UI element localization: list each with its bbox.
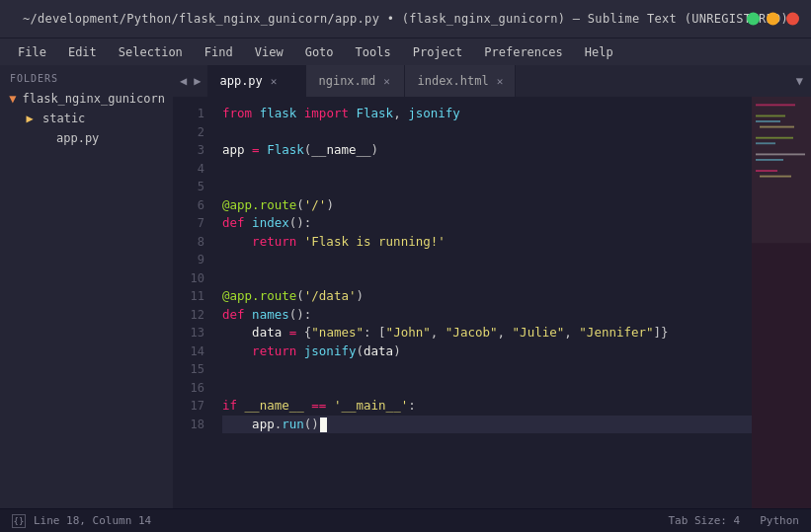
status-language[interactable]: Python (760, 514, 799, 527)
tab-label-nginxmd: nginx.md (318, 74, 375, 88)
menu-bar: File Edit Selection Find View Goto Tools… (0, 38, 811, 65)
line-numbers: 1 2 3 4 5 6 7 8 9 10 11 12 13 14 15 16 1… (173, 97, 212, 508)
line-num-10: 10 (173, 269, 212, 288)
code-line-4 (222, 160, 752, 179)
line-num-9: 9 (173, 251, 212, 269)
svg-rect-11 (752, 97, 811, 243)
tab-close-indexhtml[interactable]: ✕ (497, 76, 504, 87)
line-num-4: 4 (173, 160, 212, 179)
status-tab-size[interactable]: Tab Size: 4 (668, 514, 740, 527)
menu-find[interactable]: Find (195, 42, 243, 62)
tabs-container: app.py ✕ nginx.md ✕ index.html ✕ (207, 65, 787, 97)
code-editor[interactable]: 1 2 3 4 5 6 7 8 9 10 11 12 13 14 15 16 1… (173, 97, 811, 508)
line-num-11: 11 (173, 287, 212, 306)
status-left: {} Line 18, Column 14 (12, 514, 151, 528)
minimap-svg (752, 97, 811, 508)
window-title: ~/development/Python/flask_nginx_gunicor… (23, 12, 788, 26)
code-line-7: def index(): (222, 214, 752, 233)
menu-project[interactable]: Project (403, 42, 473, 62)
code-line-9 (222, 251, 752, 269)
folder-name-flask: flask_nginx_gunicorn (23, 92, 166, 106)
code-line-12: def names(): (222, 306, 752, 325)
tab-nginxmd[interactable]: nginx.md ✕ (306, 65, 405, 97)
code-line-15 (222, 360, 752, 379)
line-num-18: 18 (173, 416, 212, 434)
main-container: FOLDERS ▼ flask_nginx_gunicorn ▶ static … (0, 65, 811, 508)
sidebar: FOLDERS ▼ flask_nginx_gunicorn ▶ static … (0, 65, 173, 508)
tab-apppy[interactable]: app.py ✕ (207, 65, 306, 97)
code-line-8: return 'Flask is running!' (222, 233, 752, 252)
tab-label-apppy: app.py (219, 74, 262, 88)
code-content[interactable]: from flask import Flask, jsonify app = F… (212, 97, 752, 508)
line-num-17: 17 (173, 397, 212, 416)
menu-edit[interactable]: Edit (58, 42, 107, 62)
window-controls (747, 13, 799, 26)
code-line-10 (222, 269, 752, 288)
code-line-16 (222, 379, 752, 398)
line-num-2: 2 (173, 123, 212, 142)
code-line-6: @app.route('/') (222, 196, 752, 215)
line-num-14: 14 (173, 342, 212, 361)
line-num-13: 13 (173, 324, 212, 342)
code-line-11: @app.route('/data') (222, 287, 752, 306)
minimize-button[interactable] (767, 13, 779, 26)
folder-icon: ▼ (8, 91, 18, 107)
tab-indexhtml[interactable]: index.html ✕ (405, 65, 516, 97)
tab-close-apppy[interactable]: ✕ (271, 76, 278, 87)
file-name-apppy: app.py (56, 131, 99, 145)
tab-dropdown-button[interactable]: ▼ (788, 74, 811, 88)
code-line-17: if __name__ == '__main__': (222, 397, 752, 416)
line-num-8: 8 (173, 233, 212, 252)
status-position: Line 18, Column 14 (34, 514, 151, 527)
sidebar-item-flask-folder[interactable]: ▼ flask_nginx_gunicorn (0, 89, 173, 109)
title-bar: ~/development/Python/flask_nginx_gunicor… (0, 0, 811, 38)
tab-next-arrow[interactable]: ▶ (191, 72, 203, 90)
line-num-7: 7 (173, 214, 212, 233)
minimap (752, 97, 811, 508)
menu-help[interactable]: Help (575, 42, 623, 62)
status-right: Tab Size: 4 Python (668, 514, 799, 527)
folder-icon-static: ▶ (22, 111, 38, 126)
line-num-16: 16 (173, 379, 212, 398)
line-num-6: 6 (173, 196, 212, 215)
menu-preferences[interactable]: Preferences (474, 42, 572, 62)
menu-selection[interactable]: Selection (109, 42, 193, 62)
menu-goto[interactable]: Goto (295, 42, 344, 62)
sidebar-item-apppy[interactable]: app.py (0, 128, 173, 148)
code-line-3: app = Flask(__name__) (222, 141, 752, 160)
fold-icon[interactable]: {} (12, 514, 26, 528)
tab-bar: ◀ ▶ app.py ✕ nginx.md ✕ index.html ✕ ▼ (173, 65, 811, 97)
code-line-2 (222, 123, 752, 142)
menu-file[interactable]: File (8, 42, 56, 62)
editor-area: ◀ ▶ app.py ✕ nginx.md ✕ index.html ✕ ▼ (173, 65, 811, 508)
tab-close-nginxmd[interactable]: ✕ (383, 76, 390, 87)
sidebar-item-static-folder[interactable]: ▶ static (0, 109, 173, 128)
folder-name-static: static (42, 112, 85, 125)
close-button[interactable] (786, 13, 799, 26)
code-line-18: app.run() (222, 416, 752, 434)
folders-label: FOLDERS (0, 65, 173, 89)
line-num-12: 12 (173, 306, 212, 325)
tab-label-indexhtml: index.html (417, 74, 488, 88)
code-line-14: return jsonify(data) (222, 342, 752, 361)
code-line-1: from flask import Flask, jsonify (222, 105, 752, 123)
line-num-1: 1 (173, 105, 212, 123)
status-bar: {} Line 18, Column 14 Tab Size: 4 Python (0, 508, 811, 532)
line-num-15: 15 (173, 360, 212, 379)
maximize-button[interactable] (747, 13, 760, 26)
menu-view[interactable]: View (245, 42, 293, 62)
tab-navigation: ◀ ▶ (173, 72, 207, 90)
file-icon (36, 130, 51, 146)
line-num-5: 5 (173, 178, 212, 196)
menu-tools[interactable]: Tools (346, 42, 401, 62)
fold-icon-text: {} (14, 516, 25, 526)
code-line-13: data = {"names": ["John", "Jacob", "Juli… (222, 324, 752, 342)
code-line-5 (222, 178, 752, 196)
line-num-3: 3 (173, 141, 212, 160)
tab-prev-arrow[interactable]: ◀ (177, 72, 190, 90)
